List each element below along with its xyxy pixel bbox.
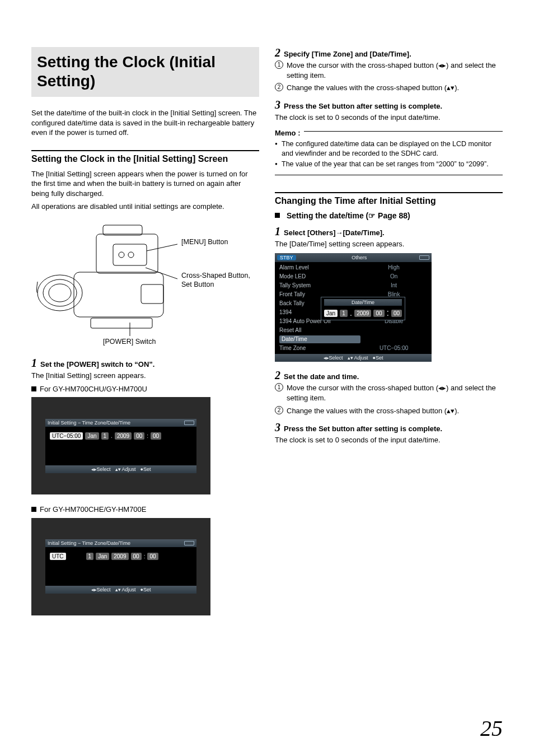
change-substep-2-2: 2 Change the values with the cross-shape…: [275, 406, 503, 416]
menu-foot-set: ●Set: [373, 355, 383, 361]
svg-rect-2: [113, 244, 147, 265]
osd-b-day: 1: [86, 553, 94, 560]
battery-icon: [419, 255, 429, 260]
change-step-1-desc: The [Date/Time] setting screen appears.: [275, 239, 503, 249]
osd-a-mon: Jan: [85, 432, 99, 440]
camera-diagram: [MENU] Button Cross-Shaped Button, Set B…: [31, 217, 259, 352]
callout-menu-button: [MENU] Button: [181, 237, 228, 246]
menu-row: Alarm LevelHigh: [275, 263, 432, 272]
square-bullet-icon: [31, 507, 36, 512]
page-title-box: Setting the Clock (Initial Setting): [31, 47, 259, 97]
square-bullet-icon: [275, 213, 280, 218]
step-1: 1 Set the [POWER] switch to “ON”.: [31, 357, 259, 368]
menu-title: Others: [299, 255, 419, 260]
svg-point-7: [43, 279, 77, 306]
overlay-day: 1: [340, 310, 348, 317]
svg-rect-10: [91, 318, 152, 328]
callout-cross-button: Cross-Shaped Button, Set Button: [181, 271, 250, 290]
menu-row: Mode LEDOn: [275, 272, 432, 281]
memo-list: The configured date/time data can be dis…: [275, 139, 503, 169]
change-section: Changing the Time after Initial Setting …: [275, 192, 503, 445]
overlay-yr: 2009: [354, 310, 371, 317]
menu-row: Reset All: [275, 326, 432, 335]
osd-a-mm: 00: [151, 432, 161, 440]
change-heading: Changing the Time after Initial Setting: [275, 195, 503, 207]
osd-a-day: 1: [101, 432, 109, 440]
memo-end-rule: [275, 175, 503, 175]
substep-2-2: 2 Change the values with the cross-shape…: [275, 83, 503, 93]
osd-a-tz: UTC−05:00: [50, 432, 83, 440]
square-bullet-icon: [31, 386, 36, 391]
menu-foot-select: ◂▸Select: [324, 355, 343, 361]
model-label-b: For GY-HM700CHE/GY-HM700E: [31, 505, 259, 515]
osd-screenshot-b: Initial Setting − Time Zone/Date/Time UT…: [31, 518, 210, 615]
battery-icon: [184, 421, 194, 425]
menu-row: Date/Time: [275, 335, 432, 344]
osd-b-hh: 00: [131, 553, 142, 560]
section-heading-initial: Setting the Clock in the [Initial Settin…: [31, 153, 259, 165]
svg-point-6: [38, 275, 82, 311]
osd-b-titlebar: Initial Setting − Time Zone/Date/Time: [48, 540, 130, 546]
osd-a-hh: 00: [134, 432, 144, 440]
svg-rect-9: [141, 284, 163, 304]
osd-b-mm: 00: [147, 553, 158, 560]
overlay-title: Date/Time: [324, 299, 402, 306]
circled-1-icon: 1: [275, 60, 283, 69]
left-column: Setting the Clock (Initial Setting) Set …: [31, 47, 259, 626]
step-2-title: Specify [Time Zone] and [Date/Time].: [284, 50, 411, 58]
step-1-title: Set the [POWER] switch to “ON”.: [40, 360, 154, 368]
step-number-1: 1: [31, 357, 37, 368]
step-2: 2 Specify [Time Zone] and [Date/Time].: [275, 47, 503, 58]
change-step-2-title: Set the date and time.: [284, 372, 359, 381]
osd-a-foot-select: ◂▸Select: [91, 466, 111, 472]
change-substep-2-1: 1 Move the cursor with the cross-shaped …: [275, 383, 503, 403]
overlay-mon: Jan: [324, 310, 338, 317]
page-columns: Setting the Clock (Initial Setting) Set …: [31, 47, 503, 626]
osd-a-yr: 2009: [115, 432, 132, 440]
step-number-1: 1: [275, 226, 280, 237]
osd-b-foot-set: ●Set: [140, 587, 151, 592]
svg-point-3: [119, 252, 124, 258]
overlay-hh: 00: [373, 310, 384, 317]
change-step-3: 3 Press the Set button after setting is …: [275, 422, 503, 433]
step-3-title: Press the Set button after setting is co…: [284, 102, 442, 110]
change-step-3-desc: The clock is set to 0 seconds of the inp…: [275, 435, 503, 445]
memo-label: Memo :: [275, 129, 301, 137]
osd-b-tz: UTC: [50, 553, 66, 560]
right-column: 2 Specify [Time Zone] and [Date/Time]. 1…: [275, 47, 503, 626]
step-1-desc: The [Initial Setting] screen appears.: [31, 371, 259, 381]
section-rule: [275, 192, 503, 193]
osd-screenshot-a: Initial Setting − Time Zone/Date/Time UT…: [31, 397, 210, 494]
osd-b-foot-select: ◂▸Select: [91, 587, 111, 592]
overlay-mm: 00: [391, 310, 402, 317]
circled-2-icon: 2: [275, 406, 283, 414]
svg-rect-5: [74, 272, 163, 317]
page-number: 25: [480, 715, 503, 741]
callout-power-switch: [POWER] Switch: [103, 337, 156, 346]
substep-2-1: 1 Move the cursor with the cross-shaped …: [275, 60, 503, 81]
osd-b-foot-adjust: ▴▾ Adjust: [115, 587, 136, 592]
svg-point-4: [128, 252, 134, 258]
menu-foot-adjust: ▴▾ Adjust: [348, 355, 368, 361]
memo-header-row: Memo :: [275, 125, 503, 137]
osd-b-mon: Jan: [96, 553, 109, 560]
change-step-1: 1 Select [Others]→[Date/Time].: [275, 226, 503, 237]
step-number-3: 3: [275, 422, 280, 433]
change-step-3-title: Press the Set button after setting is co…: [284, 424, 442, 433]
circled-2-icon: 2: [275, 83, 283, 91]
menu-status: STBY: [277, 255, 296, 260]
battery-icon: [184, 541, 194, 545]
svg-line-11: [147, 244, 177, 251]
step-3: 3 Press the Set button after setting is …: [275, 99, 503, 110]
section-rule: [31, 150, 259, 151]
osd-a-titlebar: Initial Setting − Time Zone/Date/Time: [48, 420, 130, 426]
memo-item-2: The value of the year that can be set ra…: [275, 160, 503, 169]
svg-rect-0: [96, 234, 158, 273]
section-paragraph-1: The [Initial Setting] screen appears whe…: [31, 169, 259, 199]
step-3-desc: The clock is set to 0 seconds of the inp…: [275, 113, 503, 123]
osd-a-foot-set: ●Set: [140, 466, 151, 472]
camera-illustration: [35, 217, 180, 340]
date-time-overlay: Date/Time Jan 1 . 2009 00 : 00: [321, 297, 405, 320]
menu-row: Tally SystemInt: [275, 281, 432, 290]
circled-1-icon: 1: [275, 383, 283, 391]
